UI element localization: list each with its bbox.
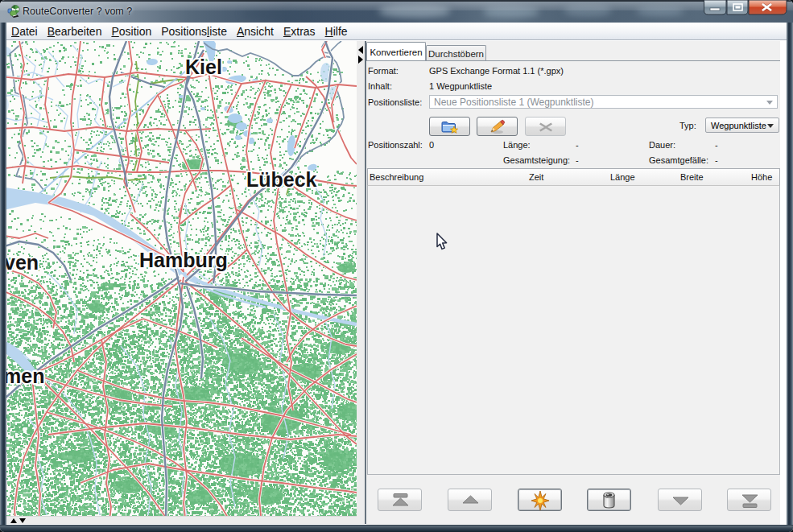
svg-text:Lübeck: Lübeck: [246, 168, 317, 191]
svg-text:ven: ven: [6, 251, 39, 274]
svg-text:Kiel: Kiel: [185, 56, 222, 78]
svg-text:Hamburg: Hamburg: [139, 249, 228, 271]
svg-text:men: men: [6, 365, 44, 387]
